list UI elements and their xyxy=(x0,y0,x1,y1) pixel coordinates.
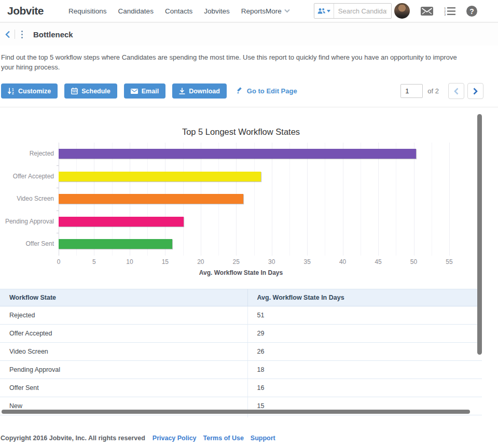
x-tick-label: 50 xyxy=(410,258,417,265)
report-description: Find out the top 5 workflow steps where … xyxy=(1,52,469,72)
candidates-people-icon xyxy=(317,8,326,15)
chart-row: Rejected xyxy=(59,143,449,165)
footer: Copyright 2016 Jobvite, Inc. All rights … xyxy=(1,435,498,442)
caret-down-icon xyxy=(327,10,330,12)
nav-item-jobvites[interactable]: Jobvites xyxy=(204,7,230,15)
nav-item-requisitions[interactable]: Requisitions xyxy=(68,7,107,15)
pencil-icon xyxy=(237,87,244,95)
jobvite-logo[interactable]: Jobvite xyxy=(7,5,44,17)
gridline xyxy=(449,143,450,256)
x-tick-label: 0 xyxy=(57,258,61,265)
chart-row: Offer Sent xyxy=(59,233,449,256)
download-label: Download xyxy=(189,88,220,95)
download-button[interactable]: Download xyxy=(172,83,227,99)
bar-offer-accepted xyxy=(59,172,261,181)
bar-video-screen xyxy=(59,194,243,204)
nav-more-label: More xyxy=(266,7,282,15)
chart-row: Offer Accepted xyxy=(59,165,449,188)
x-tick-label: 40 xyxy=(339,258,346,265)
cell-avg-days: 16 xyxy=(247,379,482,397)
nav-item-candidates[interactable]: Candidates xyxy=(118,7,154,15)
page-number-input[interactable] xyxy=(400,84,423,98)
x-tick-label: 5 xyxy=(92,258,96,265)
search-scope-dropdown[interactable] xyxy=(314,4,334,18)
x-tick-label: 45 xyxy=(375,258,381,265)
nav-item-contacts[interactable]: Contacts xyxy=(165,7,192,15)
x-tick-label: 35 xyxy=(303,258,310,265)
table-row: Pending Approval18 xyxy=(0,361,482,379)
bar-pending-approval xyxy=(59,217,184,227)
chevron-down-icon xyxy=(284,9,290,13)
more-actions-icon[interactable] xyxy=(19,30,25,39)
bar-rejected xyxy=(59,149,416,159)
cell-avg-days: 29 xyxy=(247,325,482,343)
nav-item-reports[interactable]: Reports xyxy=(241,7,266,15)
category-label: Video Screen xyxy=(0,195,54,202)
cell-workflow-state: Video Screen xyxy=(0,343,247,361)
page-title: Bottleneck xyxy=(33,30,73,39)
report-scroll-area: Top 5 Longest Workflow States RejectedOf… xyxy=(0,107,498,417)
x-tick-label: 55 xyxy=(446,258,452,265)
svg-text:2: 2 xyxy=(12,91,14,94)
schedule-button[interactable]: Schedule xyxy=(64,83,117,99)
pagination: of 2 xyxy=(400,83,483,99)
table-header-row: Workflow State Avg. Workflow State In Da… xyxy=(0,289,482,306)
back-button[interactable] xyxy=(4,30,11,39)
cell-workflow-state: Background Check - Talentwise xyxy=(0,415,247,418)
cell-workflow-state: Offer Sent xyxy=(0,379,247,397)
breadcrumb: Bottleneck xyxy=(0,23,498,46)
vertical-scrollbar[interactable] xyxy=(477,114,482,355)
nav-items: RequisitionsCandidatesContactsJobvitesRe… xyxy=(68,7,266,15)
cell-workflow-state: Rejected xyxy=(0,306,247,325)
search-input[interactable] xyxy=(334,7,391,15)
schedule-label: Schedule xyxy=(81,88,110,95)
cell-workflow-state: Pending Approval xyxy=(0,361,247,379)
table-row: Background Check - Talentwise13 xyxy=(0,415,482,418)
go-to-edit-page-link[interactable]: Go to Edit Page xyxy=(237,87,297,95)
chart-title: Top 5 Longest Workflow States xyxy=(0,127,482,137)
sort-numeric-icon: 1 2 xyxy=(8,88,15,94)
top-right-icons: 1 2 3 ? xyxy=(394,3,477,19)
top-nav-bar: Jobvite RequisitionsCandidatesContactsJo… xyxy=(0,0,498,23)
x-tick-label: 25 xyxy=(233,258,240,265)
bar-offer-sent xyxy=(59,239,172,249)
customize-label: Customize xyxy=(18,88,51,95)
table-row: Offer Accepted29 xyxy=(0,325,482,343)
footer-link-support[interactable]: Support xyxy=(251,435,275,442)
nav-item-more[interactable]: More xyxy=(266,7,290,15)
chart-row: Video Screen xyxy=(59,188,449,211)
x-tick-label: 20 xyxy=(197,258,204,265)
category-label: Pending Approval xyxy=(0,218,54,225)
envelope-icon xyxy=(131,89,138,94)
user-avatar[interactable] xyxy=(394,3,410,19)
x-axis-label: Avg. Workflow State In Days xyxy=(0,269,482,276)
chart-xticks: 0510152025303540455055 xyxy=(59,258,449,266)
x-tick-label: 15 xyxy=(162,258,169,265)
column-header-workflow-state: Workflow State xyxy=(0,289,247,306)
email-label: Email xyxy=(142,88,159,95)
cell-avg-days: 18 xyxy=(247,361,482,379)
svg-text:1: 1 xyxy=(12,88,14,91)
email-button[interactable]: Email xyxy=(124,83,165,99)
previous-page-button[interactable] xyxy=(448,83,464,99)
page-total: of 2 xyxy=(427,87,439,95)
divider xyxy=(15,30,15,39)
horizontal-scrollbar[interactable] xyxy=(2,410,470,414)
next-page-button[interactable] xyxy=(467,83,483,99)
footer-link-privacy-policy[interactable]: Privacy Policy xyxy=(153,435,197,442)
cell-avg-days: 51 xyxy=(247,306,482,325)
table-body: Rejected51Offer Accepted29Video Screen26… xyxy=(0,306,482,418)
download-icon xyxy=(179,88,185,94)
activity-list-icon[interactable]: 1 2 3 xyxy=(444,6,455,16)
mail-icon[interactable] xyxy=(421,7,433,16)
cell-avg-days: 26 xyxy=(247,343,482,361)
column-header-avg-days: Avg. Workflow State In Days xyxy=(247,289,482,306)
help-icon[interactable]: ? xyxy=(466,6,477,17)
footer-link-terms-of-use[interactable]: Terms of Use xyxy=(203,435,244,442)
svg-text:3: 3 xyxy=(444,13,446,16)
customize-button[interactable]: 1 2 Customize xyxy=(1,83,58,99)
footer-links: Privacy PolicyTerms of UseSupport xyxy=(153,435,275,442)
cell-avg-days: 13 xyxy=(247,415,482,418)
category-label: Offer Sent xyxy=(0,240,54,247)
chart-row: Pending Approval xyxy=(59,211,449,233)
